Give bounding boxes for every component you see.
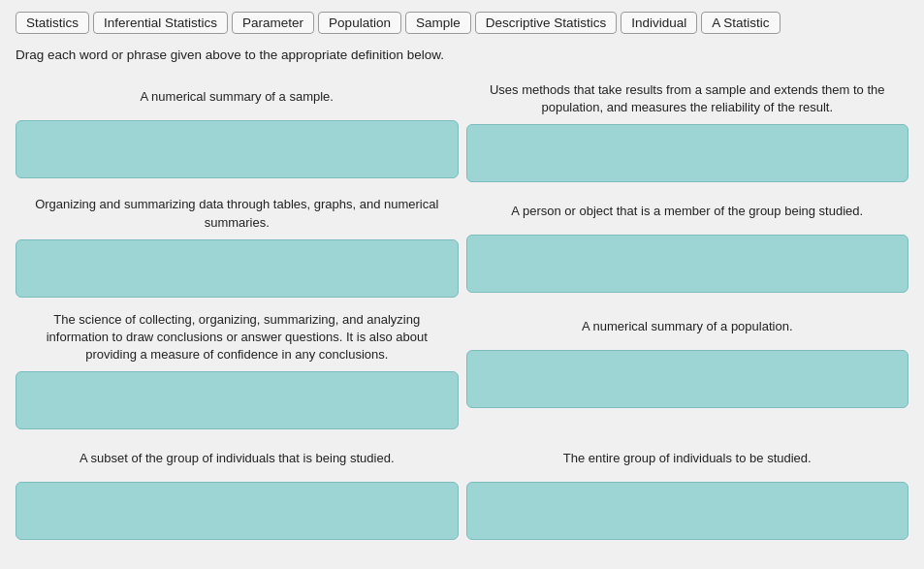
drop-zone-def-right-3[interactable] [466, 350, 909, 408]
definition-label-def-left-1: A numerical summary of a sample. [16, 78, 459, 116]
drop-section-def-right-2: A person or object that is a member of t… [466, 192, 909, 297]
instructions: Drag each word or phrase given above to … [16, 47, 908, 62]
definition-label-def-left-3: The science of collecting, organizing, s… [16, 307, 459, 368]
definition-label-def-right-1: Uses methods that take results from a sa… [466, 78, 909, 120]
word-tag-individual[interactable]: Individual [621, 12, 697, 34]
drop-zone-def-left-3[interactable] [16, 371, 459, 429]
drop-section-def-right-1: Uses methods that take results from a sa… [466, 78, 909, 182]
drop-zone-def-left-4[interactable] [16, 482, 459, 540]
drop-zone-def-right-1[interactable] [466, 124, 909, 182]
word-tag-sample[interactable]: Sample [405, 12, 471, 34]
word-tag-a-statistic[interactable]: A Statistic [701, 12, 780, 34]
definition-label-def-right-3: A numerical summary of a population. [466, 307, 909, 346]
drop-zone-def-right-2[interactable] [466, 235, 909, 293]
word-tag-parameter[interactable]: Parameter [232, 12, 314, 34]
drop-section-def-left-2: Organizing and summarizing data through … [16, 192, 459, 297]
drop-section-def-right-3: A numerical summary of a population. [466, 307, 909, 430]
definition-label-def-left-4: A subset of the group of individuals tha… [16, 439, 459, 478]
word-tag-population[interactable]: Population [318, 12, 401, 34]
definition-label-def-left-2: Organizing and summarizing data through … [16, 192, 459, 235]
drop-section-def-right-4: The entire group of individuals to be st… [466, 439, 909, 540]
drag-grid: A numerical summary of a sample.Uses met… [16, 78, 908, 550]
definition-label-def-right-4: The entire group of individuals to be st… [466, 439, 909, 478]
drop-zone-def-left-1[interactable] [16, 120, 459, 178]
word-bank: StatisticsInferential StatisticsParamete… [16, 12, 908, 34]
word-tag-statistics[interactable]: Statistics [16, 12, 89, 34]
definition-label-def-right-2: A person or object that is a member of t… [466, 192, 909, 231]
drop-section-def-left-4: A subset of the group of individuals tha… [16, 439, 459, 540]
word-tag-descriptive-statistics[interactable]: Descriptive Statistics [475, 12, 618, 34]
drop-section-def-left-3: The science of collecting, organizing, s… [16, 307, 459, 430]
drop-section-def-left-1: A numerical summary of a sample. [16, 78, 459, 182]
drop-zone-def-left-2[interactable] [16, 239, 459, 298]
word-tag-inferential-statistics[interactable]: Inferential Statistics [93, 12, 228, 34]
drop-zone-def-right-4[interactable] [466, 482, 909, 540]
